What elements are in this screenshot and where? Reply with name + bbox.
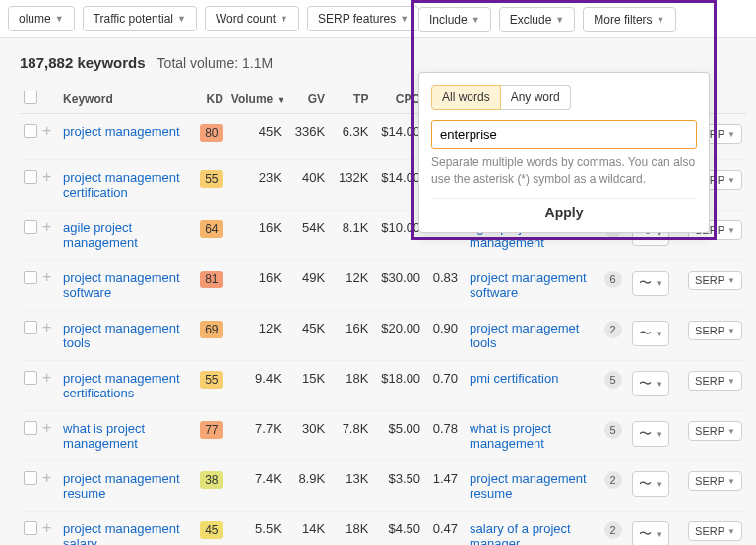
- row-checkbox[interactable]: [24, 220, 37, 234]
- chevron-down-icon: ▼: [400, 14, 409, 24]
- cell-cpc: $18.00: [372, 361, 424, 411]
- sf-badge: 2: [604, 471, 622, 489]
- keyword-link[interactable]: project management tools: [63, 321, 180, 350]
- update-button[interactable]: 〜▼: [632, 471, 669, 497]
- cell-tp: 13K: [329, 461, 372, 512]
- kd-badge: 69: [200, 321, 223, 338]
- sf-badge: 6: [604, 271, 622, 288]
- cell-gv: 336K: [285, 114, 329, 160]
- table-row: +project management resume387.4K8.9K13K$…: [20, 461, 746, 512]
- row-checkbox[interactable]: [24, 170, 37, 184]
- keyword-link[interactable]: what is project management: [63, 421, 145, 451]
- col-checkbox[interactable]: [20, 85, 38, 114]
- cell-volume: 16K: [227, 211, 285, 261]
- row-checkbox[interactable]: [24, 124, 37, 138]
- update-button[interactable]: 〜▼: [632, 271, 669, 296]
- row-checkbox[interactable]: [24, 321, 37, 334]
- include-words-input[interactable]: [431, 120, 697, 149]
- sf-badge: 2: [604, 521, 622, 539]
- serp-button[interactable]: SERP▼: [688, 421, 742, 441]
- filter-traffic-potential[interactable]: Traffic potential▼: [83, 6, 197, 31]
- table-row: +project management salary455.5K14K18K$4…: [20, 512, 746, 546]
- cell-volume: 16K: [227, 261, 285, 311]
- parent-topic-link[interactable]: pmi certification: [470, 371, 558, 386]
- cell-cps: 0.47: [424, 512, 462, 546]
- filter-volume[interactable]: olume▼: [8, 6, 75, 31]
- row-checkbox[interactable]: [24, 471, 37, 485]
- chevron-down-icon: ▼: [177, 14, 186, 24]
- keyword-link[interactable]: project management: [63, 124, 180, 139]
- cell-cpc: $5.00: [372, 411, 424, 461]
- keyword-link[interactable]: project management software: [63, 271, 180, 300]
- cell-volume: 7.4K: [227, 461, 285, 512]
- chevron-down-icon: ▼: [555, 15, 564, 25]
- serp-button[interactable]: SERP▼: [688, 521, 742, 541]
- parent-topic-link[interactable]: project management resume: [470, 471, 587, 501]
- filter-serp-features[interactable]: SERP features▼: [307, 6, 419, 31]
- filter-more[interactable]: More filters▼: [583, 7, 675, 32]
- add-icon[interactable]: +: [42, 469, 51, 486]
- keyword-link[interactable]: project management resume: [63, 471, 180, 501]
- serp-button[interactable]: SERP▼: [688, 371, 742, 391]
- include-filter-popover: All words Any word Separate multiple wor…: [418, 72, 710, 233]
- table-row: +project management certifications559.4K…: [20, 361, 746, 411]
- col-volume[interactable]: Volume ▼: [227, 85, 285, 114]
- keyword-link[interactable]: agile project management: [63, 220, 138, 250]
- cell-gv: 8.9K: [285, 461, 329, 512]
- add-icon[interactable]: +: [42, 519, 51, 536]
- table-row: +project management software8116K49K12K$…: [20, 261, 746, 311]
- add-icon[interactable]: +: [42, 319, 51, 335]
- update-button[interactable]: 〜▼: [632, 321, 669, 346]
- sf-badge: 5: [604, 371, 622, 389]
- tab-all-words[interactable]: All words: [431, 85, 501, 110]
- kd-badge: 45: [200, 521, 223, 539]
- chevron-down-icon: ▼: [280, 14, 288, 24]
- row-checkbox[interactable]: [24, 421, 37, 435]
- tab-any-word[interactable]: Any word: [501, 85, 571, 110]
- update-button[interactable]: 〜▼: [632, 521, 669, 545]
- parent-topic-link[interactable]: project management software: [470, 271, 587, 300]
- parent-topic-link[interactable]: project managemet tools: [470, 321, 579, 350]
- update-button[interactable]: 〜▼: [632, 371, 669, 396]
- trend-icon: 〜: [639, 475, 652, 493]
- cell-gv: 15K: [285, 361, 329, 411]
- col-tp[interactable]: TP: [329, 85, 372, 114]
- trend-icon: 〜: [639, 425, 652, 443]
- chevron-down-icon: ▼: [472, 15, 480, 25]
- serp-button[interactable]: SERP▼: [688, 321, 742, 340]
- add-icon[interactable]: +: [42, 369, 51, 386]
- update-button[interactable]: 〜▼: [632, 421, 669, 447]
- add-icon[interactable]: +: [42, 419, 51, 436]
- cell-volume: 9.4K: [227, 361, 285, 411]
- keyword-link[interactable]: project management salary: [63, 521, 180, 545]
- parent-topic-link[interactable]: what is project management: [470, 421, 551, 451]
- filter-word-count[interactable]: Word count▼: [205, 6, 299, 31]
- filter-exclude[interactable]: Exclude▼: [499, 7, 576, 32]
- cell-cps: 0.70: [424, 361, 462, 411]
- include-filter-highlight: Include▼ Exclude▼ More filters▼ All word…: [411, 0, 717, 240]
- row-checkbox[interactable]: [24, 521, 37, 535]
- cell-tp: 132K: [329, 160, 372, 211]
- col-gv[interactable]: GV: [285, 85, 329, 114]
- cell-volume: 45K: [227, 114, 285, 160]
- sf-badge: 2: [604, 321, 622, 338]
- serp-button[interactable]: SERP▼: [688, 471, 742, 491]
- filter-include[interactable]: Include▼: [418, 7, 491, 32]
- add-icon[interactable]: +: [42, 269, 51, 285]
- cell-volume: 23K: [227, 160, 285, 211]
- row-checkbox[interactable]: [24, 371, 37, 385]
- cell-tp: 6.3K: [329, 114, 372, 160]
- apply-button[interactable]: Apply: [431, 198, 697, 220]
- col-kd[interactable]: KD: [192, 85, 227, 114]
- cell-cps: 1.47: [424, 461, 462, 512]
- keyword-link[interactable]: project management certification: [63, 170, 180, 200]
- serp-button[interactable]: SERP▼: [688, 271, 742, 290]
- col-keyword[interactable]: Keyword: [59, 85, 192, 114]
- trend-icon: 〜: [639, 325, 652, 342]
- parent-topic-link[interactable]: salary of a project manager: [470, 521, 571, 545]
- add-icon[interactable]: +: [42, 122, 51, 139]
- row-checkbox[interactable]: [24, 271, 37, 284]
- keyword-link[interactable]: project management certifications: [63, 371, 180, 400]
- add-icon[interactable]: +: [42, 168, 51, 185]
- add-icon[interactable]: +: [42, 218, 51, 235]
